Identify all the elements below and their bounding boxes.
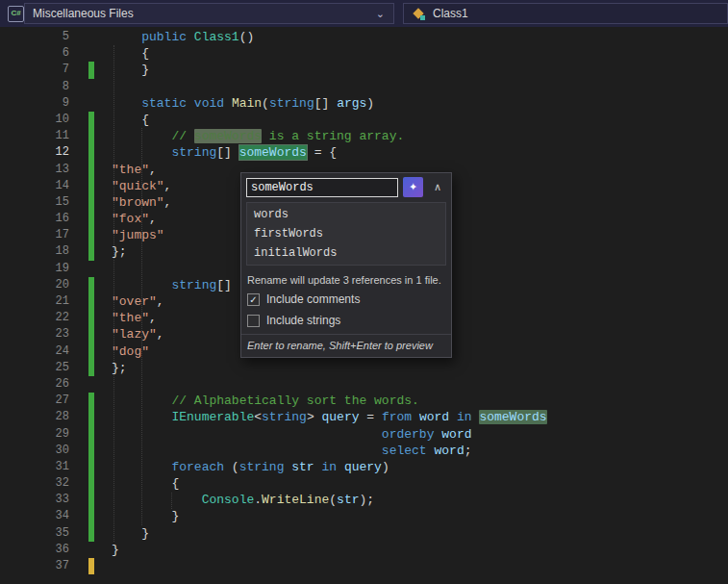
code-token: , xyxy=(157,294,164,309)
code-line[interactable]: 31 foreach (string str in query) xyxy=(0,459,728,475)
line-number[interactable]: 8 xyxy=(0,79,69,95)
rename-input[interactable] xyxy=(246,178,398,197)
code-token: , xyxy=(157,327,164,342)
code-token: , xyxy=(164,179,172,193)
code-token xyxy=(187,96,194,111)
code-line[interactable]: 28 IEnumerable<string> query = from word… xyxy=(0,409,728,425)
line-number[interactable]: 6 xyxy=(0,45,69,62)
ai-suggestions-button[interactable]: ✦ xyxy=(403,177,423,197)
code-token: = xyxy=(360,410,382,424)
change-track-bar xyxy=(88,409,94,425)
line-number[interactable]: 25 xyxy=(0,360,69,376)
line-number[interactable]: 22 xyxy=(0,310,69,326)
code-line[interactable]: 35 } xyxy=(0,525,728,542)
code-line[interactable]: 29 orderby word xyxy=(0,426,728,443)
line-number[interactable]: 16 xyxy=(0,211,69,227)
change-track-bar xyxy=(88,326,94,343)
line-number[interactable]: 23 xyxy=(0,326,69,343)
line-number[interactable]: 14 xyxy=(0,178,69,194)
line-number[interactable]: 19 xyxy=(0,261,69,277)
collapse-button[interactable]: ∧ xyxy=(429,181,446,193)
line-number[interactable]: 36 xyxy=(0,542,69,558)
change-track-bar xyxy=(88,443,94,459)
code-line[interactable]: 36} xyxy=(0,542,728,558)
code-line[interactable]: 10 { xyxy=(0,112,728,128)
line-number[interactable]: 24 xyxy=(0,343,69,360)
type-dropdown[interactable]: Class1 xyxy=(403,3,728,24)
include-comments-checkbox[interactable]: ✓ xyxy=(247,293,260,306)
code-line[interactable]: 27 // Alphabetically sort the words. xyxy=(0,393,728,409)
line-number[interactable]: 26 xyxy=(0,376,69,393)
code-line[interactable]: 8 xyxy=(0,79,728,95)
code-line[interactable]: 11 // someWords is a string array. xyxy=(0,128,728,144)
code-line[interactable]: 30 select word; xyxy=(0,443,728,459)
code-token: ( xyxy=(262,96,269,111)
line-number[interactable]: 13 xyxy=(0,162,69,178)
line-number[interactable]: 34 xyxy=(0,508,69,524)
rename-suggestion-item[interactable]: firstWords xyxy=(247,224,445,243)
code-line[interactable]: 5 public Class1() xyxy=(0,29,728,45)
change-track-bar xyxy=(88,227,94,243)
rename-input-row: ✦ ∧ xyxy=(241,173,451,200)
code-token: select xyxy=(382,444,427,458)
code-token: str xyxy=(291,460,314,474)
line-number[interactable]: 9 xyxy=(0,95,69,112)
rename-suggestion-item[interactable]: words xyxy=(247,205,445,224)
code-token: orderby xyxy=(382,427,435,442)
line-number[interactable]: 31 xyxy=(0,459,69,475)
line-number[interactable]: 35 xyxy=(0,525,69,542)
code-token: query xyxy=(321,410,359,424)
line-number[interactable]: 12 xyxy=(0,144,69,161)
line-number[interactable]: 5 xyxy=(0,29,69,45)
line-number[interactable]: 18 xyxy=(0,243,69,260)
code-line[interactable]: 6 { xyxy=(0,45,728,62)
code-text: string[] someWords = { xyxy=(112,144,728,161)
code-line[interactable]: 33 Console.WriteLine(str); xyxy=(0,492,728,508)
line-number[interactable]: 10 xyxy=(0,112,69,128)
change-track-bar xyxy=(88,243,94,260)
line-number[interactable]: 27 xyxy=(0,393,69,409)
line-number[interactable]: 15 xyxy=(0,194,69,211)
line-number[interactable]: 28 xyxy=(0,409,69,425)
line-number[interactable]: 20 xyxy=(0,277,69,293)
code-token xyxy=(112,460,171,474)
checkbox-label[interactable]: Include strings xyxy=(266,314,340,327)
code-token: ); xyxy=(359,493,374,507)
change-track-bar xyxy=(88,261,94,277)
line-number[interactable]: 32 xyxy=(0,475,69,492)
rename-inline-field[interactable]: someWords xyxy=(239,145,307,160)
code-text: { xyxy=(112,112,728,128)
line-number[interactable]: 33 xyxy=(0,492,69,508)
rename-suggestion-item[interactable]: initialWords xyxy=(247,243,445,263)
code-token: word xyxy=(441,427,471,442)
project-dropdown[interactable]: Miscellaneous Files ⌄ xyxy=(24,3,394,24)
code-token xyxy=(112,30,141,44)
code-token: string xyxy=(262,410,307,424)
code-line[interactable]: 9 static void Main(string[] args) xyxy=(0,95,728,112)
code-line[interactable]: 25}; xyxy=(0,360,728,376)
change-track-bar xyxy=(88,95,94,112)
chevron-down-icon[interactable]: ⌄ xyxy=(376,4,393,23)
code-line[interactable]: 7 } xyxy=(0,62,728,78)
line-number[interactable]: 11 xyxy=(0,128,69,144)
line-number[interactable]: 30 xyxy=(0,443,69,459)
code-line[interactable]: 12 string[] someWords = { xyxy=(0,144,728,161)
code-line[interactable]: 34 } xyxy=(0,508,728,524)
code-line[interactable]: 26 xyxy=(0,376,728,393)
code-text: select word; xyxy=(112,443,728,459)
include-strings-checkbox[interactable] xyxy=(247,315,260,327)
line-number[interactable]: 29 xyxy=(0,426,69,443)
code-token xyxy=(187,30,194,44)
line-number[interactable]: 21 xyxy=(0,293,69,310)
code-token: } xyxy=(112,63,149,77)
code-line[interactable]: 37 xyxy=(0,558,728,574)
code-text: foreach (string str in query) xyxy=(112,459,728,475)
code-token xyxy=(112,410,171,424)
line-number[interactable]: 7 xyxy=(0,62,69,78)
code-line[interactable]: 32 { xyxy=(0,475,728,492)
line-number[interactable]: 37 xyxy=(0,558,69,574)
code-token: ; xyxy=(464,444,472,458)
line-number[interactable]: 17 xyxy=(0,227,69,243)
checkbox-label[interactable]: Include comments xyxy=(266,292,360,306)
code-text: // Alphabetically sort the words. xyxy=(112,393,728,409)
